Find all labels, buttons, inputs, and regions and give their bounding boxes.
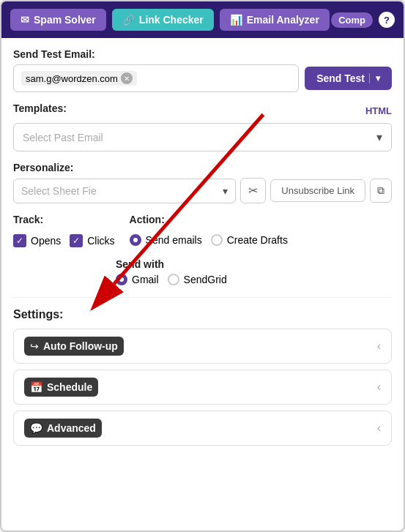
clicks-checkbox-icon: ✓: [70, 234, 83, 247]
email-input-box[interactable]: sam.g@wordzen.com ✕: [13, 64, 299, 92]
send-test-row: sam.g@wordzen.com ✕ Send Test ▾: [13, 64, 392, 92]
spam-icon: ✉: [21, 14, 29, 26]
html-link[interactable]: HTML: [365, 105, 392, 116]
header-nav: ✉ Spam Solver 🔗 Link Checker 📊 Email Ana…: [10, 9, 330, 31]
opens-checkbox[interactable]: ✓ Opens: [13, 234, 61, 247]
send-with-options: Gmail SendGrid: [116, 274, 392, 285]
send-test-button-label: Send Test: [316, 72, 365, 84]
header-right: Comp ?: [331, 12, 395, 28]
opens-label: Opens: [31, 235, 61, 247]
schedule-chevron-icon: ‹: [377, 381, 381, 394]
header: ✉ Spam Solver 🔗 Link Checker 📊 Email Ana…: [1, 1, 404, 38]
sheet-dropdown-arrow-icon: ▾: [223, 185, 228, 197]
action-options: Send emails Create Drafts: [130, 234, 288, 246]
email-analyzer-label: Email Analyzer: [247, 14, 319, 26]
auto-follow-up-label: Auto Follow-up: [43, 340, 118, 352]
copy-icon: ⧉: [377, 184, 384, 196]
clicks-label: Clicks: [87, 235, 114, 247]
schedule-left: 📅 Schedule: [24, 378, 98, 397]
send-with-label: Send with: [116, 258, 164, 270]
gmail-label: Gmail: [132, 274, 159, 285]
email-icon: 📊: [230, 14, 242, 26]
create-drafts-label: Create Drafts: [227, 234, 288, 246]
email-tag-close-icon[interactable]: ✕: [121, 72, 133, 84]
spam-solver-label: Spam Solver: [34, 14, 96, 26]
track-label: Track:: [13, 214, 115, 225]
create-drafts-radio[interactable]: Create Drafts: [211, 234, 288, 246]
gmail-radio-icon: [116, 274, 127, 285]
select-past-email-dropdown[interactable]: Select Past Email ▾: [13, 123, 392, 151]
copy-button[interactable]: ⧉: [370, 179, 392, 203]
templates-row: Templates: HTML Select Past Email ▾: [13, 102, 392, 151]
spam-solver-button[interactable]: ✉ Spam Solver: [10, 9, 106, 31]
templates-header: Templates: HTML: [13, 102, 392, 119]
main-content: Send Test Email: sam.g@wordzen.com ✕ Sen…: [1, 38, 404, 462]
auto-follow-up-icon-bg: ↪ Auto Follow-up: [24, 337, 124, 356]
sheet-placeholder-text: Select Sheet Fie: [21, 185, 97, 197]
sendgrid-label: SendGrid: [184, 274, 227, 285]
app-container: ✉ Spam Solver 🔗 Link Checker 📊 Email Ana…: [0, 0, 405, 532]
send-test-button[interactable]: Send Test ▾: [305, 67, 392, 90]
opens-checkbox-icon: ✓: [13, 234, 26, 247]
sendgrid-radio[interactable]: SendGrid: [168, 274, 227, 285]
send-emails-radio[interactable]: Send emails: [130, 234, 202, 246]
action-label: Action:: [130, 214, 288, 225]
select-past-email-placeholder: Select Past Email: [23, 132, 103, 143]
schedule-icon: 📅: [30, 381, 42, 393]
gmail-radio[interactable]: Gmail: [116, 274, 159, 285]
templates-dropdown-arrow-icon: ▾: [376, 130, 382, 144]
advanced-chevron-icon: ‹: [377, 422, 381, 435]
auto-follow-up-item[interactable]: ↪ Auto Follow-up ‹: [13, 329, 392, 364]
auto-follow-up-left: ↪ Auto Follow-up: [24, 337, 124, 356]
tools-icon: ✂: [248, 184, 258, 198]
link-checker-label: Link Checker: [139, 14, 204, 26]
schedule-item[interactable]: 📅 Schedule ‹: [13, 370, 392, 405]
settings-section: Settings: ↪ Auto Follow-up ‹ 📅 Schedule: [13, 297, 392, 446]
advanced-left: 💬 Advanced: [24, 419, 102, 438]
advanced-icon: 💬: [30, 422, 42, 434]
email-analyzer-button[interactable]: 📊 Email Analyzer: [220, 9, 330, 31]
personalize-label: Personalize:: [13, 162, 392, 173]
comp-badge: Comp: [331, 12, 373, 28]
track-options: ✓ Opens ✓ Clicks: [13, 234, 115, 247]
tools-icon-button[interactable]: ✂: [240, 178, 266, 203]
email-tag-text: sam.g@wordzen.com: [26, 73, 118, 84]
send-test-chevron-icon: ▾: [369, 73, 380, 83]
send-emails-label: Send emails: [146, 234, 202, 246]
send-emails-radio-icon: [130, 234, 141, 246]
advanced-item[interactable]: 💬 Advanced ‹: [13, 411, 392, 446]
track-section: Track: ✓ Opens ✓ Clicks: [13, 214, 115, 247]
auto-follow-up-chevron-icon: ‹: [377, 340, 381, 353]
send-with-row: Send with Gmail SendGrid: [116, 258, 392, 285]
link-icon: 🔗: [122, 14, 135, 26]
send-test-label: Send Test Email:: [13, 48, 392, 60]
link-checker-button[interactable]: 🔗 Link Checker: [112, 9, 214, 31]
schedule-label: Schedule: [47, 381, 92, 393]
unsubscribe-link-button[interactable]: Unsubscribe Link: [270, 179, 365, 202]
auto-follow-up-icon: ↪: [30, 340, 39, 352]
create-drafts-radio-icon: [211, 234, 223, 246]
help-icon[interactable]: ?: [379, 12, 395, 28]
email-tag: sam.g@wordzen.com ✕: [21, 71, 137, 86]
settings-title: Settings:: [13, 308, 392, 321]
advanced-icon-bg: 💬 Advanced: [24, 419, 102, 438]
action-section: Action: Send emails Create Drafts: [130, 214, 288, 246]
sendgrid-radio-icon: [168, 274, 179, 285]
track-action-row: Track: ✓ Opens ✓ Clicks Action:: [13, 214, 392, 247]
personalize-row: Personalize: Select Sheet Fie ▾ ✂ Unsubs…: [13, 162, 392, 203]
schedule-icon-bg: 📅 Schedule: [24, 378, 98, 397]
advanced-label: Advanced: [47, 422, 96, 434]
personalize-controls: Select Sheet Fie ▾ ✂ Unsubscribe Link ⧉: [13, 178, 392, 203]
templates-label: Templates:: [13, 102, 67, 114]
clicks-checkbox[interactable]: ✓ Clicks: [70, 234, 114, 247]
sheet-select-dropdown[interactable]: Select Sheet Fie ▾: [13, 179, 236, 203]
